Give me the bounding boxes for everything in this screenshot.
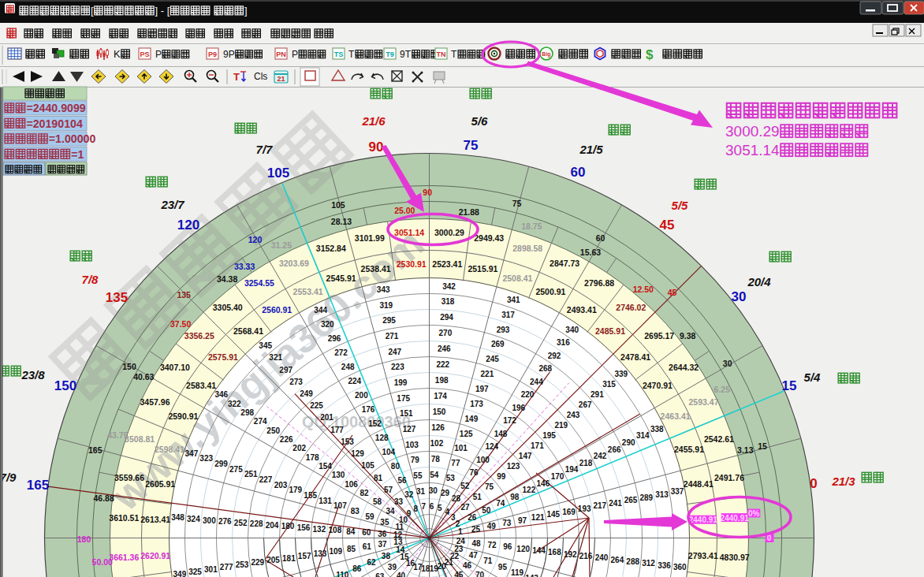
svg-text:2560.91: 2560.91 [262,305,292,315]
svg-text:28.13: 28.13 [331,217,352,226]
svg-text:2583.41: 2583.41 [186,381,216,390]
svg-text:53: 53 [446,474,456,482]
svg-text:72: 72 [487,541,497,549]
svg-text:37: 37 [378,540,388,549]
svg-text:3: 3 [451,513,456,522]
svg-text:312: 312 [642,559,655,568]
svg-text:74: 74 [496,499,505,508]
svg-text:315: 315 [602,380,616,389]
svg-text:3305.40: 3305.40 [213,303,243,312]
svg-text:120: 120 [516,545,530,553]
svg-text:2796.88: 2796.88 [584,278,614,288]
svg-text:K: K [114,48,121,60]
svg-text:46: 46 [463,561,472,570]
svg-text:[: [ [91,5,94,17]
svg-text:18.75: 18.75 [521,221,542,231]
svg-text:3051.14: 3051.14 [725,142,780,158]
svg-text:2746.02: 2746.02 [616,303,646,312]
svg-text:55: 55 [413,471,423,480]
svg-text:21.88: 21.88 [459,207,479,217]
svg-text:75: 75 [464,138,479,153]
svg-text:7/7: 7/7 [256,143,274,156]
svg-text:62: 62 [367,558,376,567]
svg-text:83: 83 [351,507,360,516]
svg-text:121: 121 [531,513,545,522]
svg-text:45: 45 [454,571,464,577]
svg-text:288: 288 [626,557,639,566]
svg-text:98: 98 [510,493,520,501]
svg-text:204: 204 [266,521,279,530]
svg-text:149: 149 [465,415,479,423]
svg-text:269: 269 [491,340,505,348]
svg-text:301: 301 [204,565,218,574]
svg-text:24: 24 [456,537,466,545]
svg-text:345: 345 [259,341,272,350]
svg-text:3101.99: 3101.99 [355,233,385,243]
svg-text:75: 75 [485,482,494,491]
svg-text:TN: TN [437,50,446,58]
svg-text:60: 60 [596,233,605,243]
svg-text:9.38: 9.38 [680,331,696,341]
svg-text:152: 152 [368,419,382,428]
svg-text:222: 222 [436,360,449,369]
svg-text:90: 90 [423,188,432,197]
svg-text:2568.41: 2568.41 [233,326,263,336]
svg-text:273: 273 [289,378,303,386]
svg-text:36: 36 [378,530,387,538]
svg-text:2493.41: 2493.41 [567,305,597,315]
svg-text:15.63: 15.63 [580,248,601,257]
svg-text:125: 125 [460,430,473,438]
svg-text:240: 240 [595,553,609,562]
svg-text:=2440.9099: =2440.9099 [26,102,85,114]
svg-text:293: 293 [497,326,510,334]
svg-text:197: 197 [475,385,489,393]
svg-text:267: 267 [579,400,592,409]
svg-text:128: 128 [375,434,389,442]
svg-text:325: 325 [188,568,202,576]
svg-text:15: 15 [758,441,767,451]
svg-text:99: 99 [497,472,506,481]
svg-text:P: P [155,49,162,60]
svg-text:57: 57 [384,486,393,494]
svg-text:322: 322 [228,400,241,408]
svg-text:90: 90 [369,140,384,154]
svg-text:318: 318 [442,297,455,306]
svg-text:266: 266 [608,445,621,454]
svg-text:15: 15 [782,378,797,393]
svg-text:30: 30 [429,486,438,495]
svg-text:300: 300 [203,516,216,525]
svg-text:220: 220 [521,390,535,399]
svg-text:225: 225 [310,401,323,410]
svg-text:23/7: 23/7 [160,198,184,211]
svg-text:228: 228 [250,519,263,528]
svg-text:122: 122 [523,486,536,494]
svg-text:75: 75 [512,199,522,208]
svg-text:127: 127 [403,425,416,434]
svg-text:165: 165 [27,478,49,493]
svg-text:8: 8 [414,504,419,513]
svg-text:21/3: 21/3 [831,475,855,488]
svg-text:290: 290 [622,438,635,447]
svg-text:277: 277 [220,563,233,571]
svg-text:337: 337 [671,487,684,496]
svg-text:180: 180 [77,534,91,544]
svg-text:135: 135 [177,290,191,300]
svg-text:58: 58 [373,497,382,506]
svg-text:253: 253 [236,560,249,569]
svg-text:107: 107 [333,501,347,510]
svg-text:2847.73: 2847.73 [550,259,579,268]
svg-text:40.63: 40.63 [133,372,154,382]
svg-text:T: T [233,71,240,83]
svg-text:178: 178 [306,453,319,462]
svg-text:3457.96: 3457.96 [140,397,170,407]
svg-text:252: 252 [234,519,248,527]
svg-text:195: 195 [542,431,556,440]
svg-text:60: 60 [362,528,371,537]
svg-text:97: 97 [518,516,527,525]
svg-text:275: 275 [229,465,243,474]
svg-text:33: 33 [394,497,404,506]
svg-text:96: 96 [503,542,512,551]
svg-text:3407.10: 3407.10 [160,363,190,372]
svg-text:168: 168 [548,548,561,557]
svg-text:2515.91: 2515.91 [468,264,497,274]
